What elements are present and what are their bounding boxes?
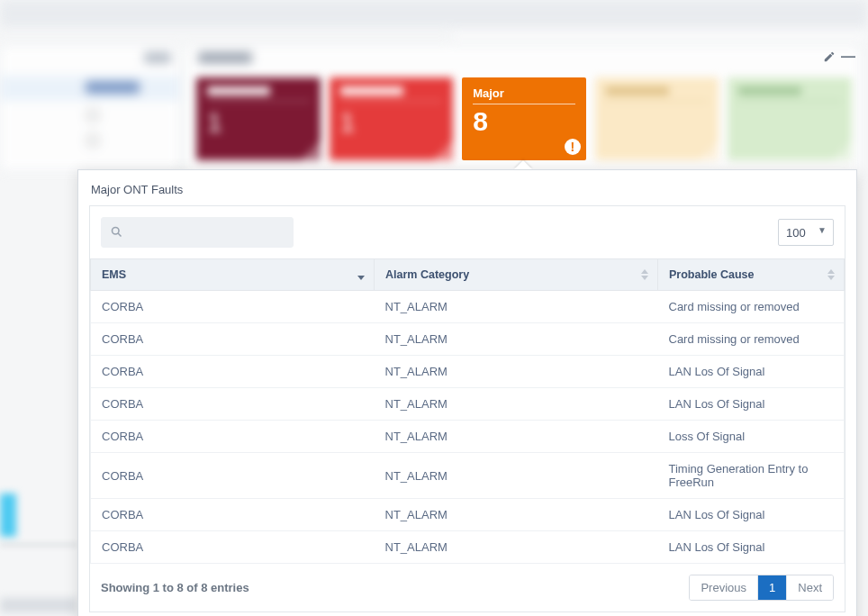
cell-ems: CORBA (91, 421, 375, 453)
cell-ems: CORBA (91, 453, 375, 499)
search-icon (110, 225, 123, 242)
cell-cause: LAN Los Of Signal (658, 388, 845, 421)
severity-card-critical[interactable]: 1 (330, 77, 454, 160)
cell-alarm: NT_ALARM (375, 323, 658, 356)
page-size-select[interactable]: 100 (778, 219, 834, 246)
cell-cause: LAN Los Of Signal (658, 499, 845, 531)
active-card-pointer (514, 160, 532, 169)
prev-button[interactable]: Previous (690, 575, 758, 600)
severity-card-minor[interactable]: 1 (196, 77, 321, 160)
cell-cause: LAN Los Of Signal (658, 531, 845, 564)
column-header-cause[interactable]: Probable Cause (658, 259, 845, 291)
page-size-select-wrap: 100 (778, 219, 834, 246)
table-row[interactable]: CORBANT_ALARMLoss Of Signal (91, 421, 845, 453)
cell-cause: Card missing or removed (658, 323, 845, 356)
background-line (0, 544, 77, 546)
table-row[interactable]: CORBANT_ALARMLAN Los Of Signal (91, 356, 845, 388)
minimize-icon[interactable]: — (841, 50, 855, 66)
severity-card-major[interactable]: Major 8 ! (462, 77, 586, 160)
background-accent (0, 494, 16, 537)
severity-card-count: 1 (340, 107, 443, 138)
severity-card-count: 1 (207, 107, 310, 138)
search-input[interactable] (101, 217, 294, 248)
cell-ems: CORBA (91, 499, 375, 531)
cell-alarm: NT_ALARM (375, 453, 658, 499)
severity-card-strip: 1 1 Major 8 ! (196, 77, 852, 160)
cell-cause: Timing Generation Entry to FreeRun (658, 453, 845, 499)
next-button[interactable]: Next (787, 575, 833, 600)
panel-header-actions: — (823, 50, 855, 66)
cell-alarm: NT_ALARM (375, 291, 658, 323)
column-label: Alarm Category (385, 268, 469, 281)
cell-ems: CORBA (91, 323, 375, 356)
table-row[interactable]: CORBANT_ALARMLAN Los Of Signal (91, 531, 845, 564)
panel-title: Major ONT Faults (78, 170, 856, 205)
search-field-wrap (101, 217, 294, 248)
cell-ems: CORBA (91, 388, 375, 421)
cell-cause: Loss Of Signal (658, 421, 845, 453)
pagination: Previous 1 Next (689, 575, 834, 601)
column-label: Probable Cause (669, 268, 754, 281)
column-label: EMS (102, 268, 126, 281)
entries-info: Showing 1 to 8 of 8 entries (101, 581, 249, 594)
column-header-alarm[interactable]: Alarm Category (375, 259, 658, 291)
cell-alarm: NT_ALARM (375, 421, 658, 453)
background-bar (0, 598, 77, 612)
page-button-1[interactable]: 1 (758, 575, 787, 600)
table-footer: Showing 1 to 8 of 8 entries Previous 1 N… (90, 564, 845, 611)
faults-table: EMS Alarm Category Probable Cause (90, 258, 845, 564)
table-row[interactable]: CORBANT_ALARMTiming Generation Entry to … (91, 453, 845, 499)
severity-card-count: 8 (473, 106, 575, 137)
sort-icon (827, 269, 835, 280)
table-row[interactable]: CORBANT_ALARMCard missing or removed (91, 323, 845, 356)
column-header-ems[interactable]: EMS (91, 259, 375, 291)
table-toolbar: 100 (90, 206, 845, 258)
table-row[interactable]: CORBANT_ALARMCard missing or removed (91, 291, 845, 323)
cell-alarm: NT_ALARM (375, 499, 658, 531)
severity-card-warning[interactable] (595, 77, 719, 160)
severity-card-label: Major (473, 86, 575, 100)
alert-icon: ! (565, 139, 581, 155)
table-body: CORBANT_ALARMCard missing or removedCORB… (91, 291, 845, 564)
cell-cause: Card missing or removed (658, 291, 845, 323)
cell-ems: CORBA (91, 291, 375, 323)
edit-icon[interactable] (823, 50, 836, 66)
cell-alarm: NT_ALARM (375, 356, 658, 388)
table-row[interactable]: CORBANT_ALARMLAN Los Of Signal (91, 388, 845, 421)
cell-alarm: NT_ALARM (375, 388, 658, 421)
sort-icon (357, 269, 365, 280)
sort-icon (641, 269, 648, 280)
cell-cause: LAN Los Of Signal (658, 356, 845, 388)
severity-card-cleared[interactable] (728, 77, 852, 160)
svg-line-1 (118, 233, 121, 236)
svg-point-0 (113, 228, 120, 235)
cell-ems: CORBA (91, 356, 375, 388)
faults-detail-panel: Major ONT Faults 100 EMS (77, 169, 857, 616)
panel-body: 100 EMS Alarm Category (89, 205, 845, 612)
cell-alarm: NT_ALARM (375, 531, 658, 564)
table-row[interactable]: CORBANT_ALARMLAN Los Of Signal (91, 499, 845, 531)
cell-ems: CORBA (91, 531, 375, 564)
